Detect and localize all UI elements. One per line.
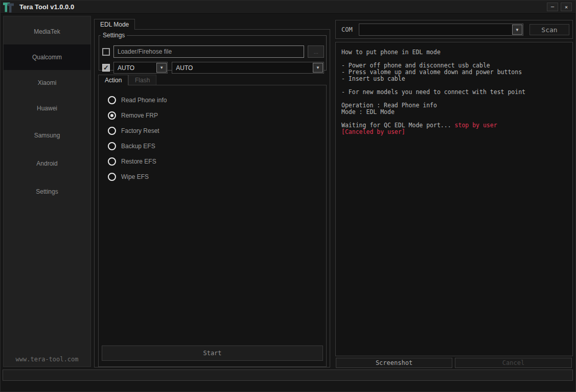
log-warning-text: [Canceled by user] (341, 128, 405, 135)
radio-backup-efs[interactable]: Backup EFS (108, 139, 326, 154)
sidebar-item-android[interactable]: Android (4, 149, 90, 177)
app-window: Tera Tool v1.0.0.0 ─ ✕ MediaTek Qualcomm… (0, 0, 576, 392)
auto-combo-1[interactable]: AUTO ▼ (113, 62, 168, 74)
radio-icon (108, 96, 116, 104)
auto-combo-2-value: AUTO (176, 64, 193, 72)
minimize-button[interactable]: ─ (547, 3, 558, 11)
com-label: COM (341, 20, 353, 38)
titlebar[interactable]: Tera Tool v1.0.0.0 ─ ✕ (1, 1, 575, 14)
sidebar-item-label: Xiaomi (38, 79, 57, 86)
close-button[interactable]: ✕ (561, 3, 572, 11)
radio-label: Backup EFS (121, 143, 155, 150)
radio-label: Wipe EFS (121, 173, 149, 180)
radio-wipe-efs[interactable]: Wipe EFS (108, 169, 326, 185)
chevron-down-icon[interactable]: ▼ (156, 63, 167, 73)
sidebar-item-settings[interactable]: Settings (4, 177, 90, 205)
radio-remove-frp[interactable]: Remove FRP (108, 108, 326, 123)
tab-flash[interactable]: Flash (128, 75, 156, 85)
screenshot-button[interactable]: Screenshot (336, 358, 452, 368)
log-output[interactable]: How to put phone in EDL mode - Power off… (335, 42, 573, 356)
radio-icon (108, 111, 116, 120)
radio-label: Remove FRP (121, 112, 158, 119)
window-title: Tera Tool v1.0.0.0 (19, 3, 74, 11)
sidebar-item-label: MediaTek (34, 28, 60, 35)
tab-action[interactable]: Action (98, 75, 128, 85)
app-logo-icon (2, 1, 17, 13)
loader-checkbox[interactable] (102, 48, 110, 56)
chevron-down-icon[interactable]: ▼ (313, 63, 323, 73)
log-warning-text: stop by user (455, 122, 497, 129)
sidebar-item-label: Samsung (34, 132, 60, 139)
settings-legend: Settings (101, 32, 127, 39)
sidebar: MediaTek Qualcomm Xiaomi Huawei Samsung … (3, 16, 91, 367)
sidebar-item-label: Settings (36, 188, 58, 195)
tab-edl-mode[interactable]: EDL Mode (94, 19, 135, 30)
sidebar-item-xiaomi[interactable]: Xiaomi (4, 70, 90, 96)
radio-icon (108, 142, 116, 150)
sidebar-item-qualcomm[interactable]: Qualcomm (4, 44, 90, 70)
cancel-button[interactable]: Cancel (455, 358, 572, 368)
com-port-combo[interactable]: ▼ (359, 24, 523, 36)
radio-read-phone-info[interactable]: Read Phone info (108, 93, 326, 108)
sidebar-item-label: Huawei (37, 105, 57, 112)
auto-combo-1-value: AUTO (118, 64, 134, 72)
sidebar-item-label: Qualcomm (32, 54, 62, 61)
sidebar-item-huawei[interactable]: Huawei (4, 96, 90, 121)
auto-checkbox[interactable]: ✓ (102, 64, 110, 72)
radio-icon (108, 173, 116, 181)
radio-label: Read Phone info (121, 97, 167, 104)
status-progress-bar (3, 370, 573, 381)
sidebar-item-label: Android (36, 160, 57, 167)
start-button[interactable]: Start (102, 345, 323, 361)
window-controls: ─ ✕ (547, 3, 572, 11)
chevron-down-icon[interactable]: ▼ (512, 25, 522, 35)
radio-icon (108, 157, 116, 166)
browse-button[interactable]: ... (308, 45, 324, 58)
sidebar-item-mediatek[interactable]: MediaTek (4, 19, 90, 44)
sidebar-item-samsung[interactable]: Samsung (4, 121, 90, 149)
loader-file-input[interactable] (113, 45, 304, 58)
radio-icon (108, 127, 116, 135)
auto-row: ✓ AUTO ▼ AUTO ▼ (102, 62, 324, 74)
auto-combo-2[interactable]: AUTO ▼ (172, 62, 324, 74)
com-port-box: COM ▼ Scan (335, 20, 573, 39)
radio-label: Restore EFS (121, 158, 156, 165)
radio-restore-efs[interactable]: Restore EFS (108, 154, 326, 169)
radio-factory-reset[interactable]: Factory Reset (108, 123, 326, 139)
radio-label: Factory Reset (121, 127, 159, 134)
loader-row: ... (102, 45, 324, 58)
website-link[interactable]: www.tera-tool.com (4, 356, 90, 363)
settings-groupbox: Settings ... ✓ AUTO ▼ AUTO ▼ (99, 32, 327, 71)
action-pane: Read Phone info Remove FRP Factory Reset… (98, 85, 327, 367)
scan-button[interactable]: Scan (529, 24, 569, 35)
edl-mode-pane: Settings ... ✓ AUTO ▼ AUTO ▼ Action Flas… (94, 29, 330, 367)
